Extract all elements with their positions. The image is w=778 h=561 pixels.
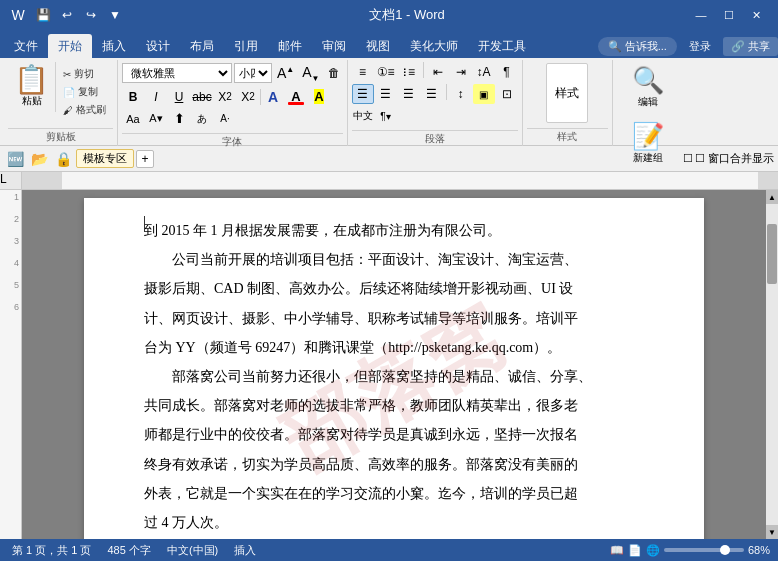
tab-design[interactable]: 设计 xyxy=(136,34,180,58)
tab-beautify[interactable]: 美化大师 xyxy=(400,34,468,58)
clear-format-button[interactable]: 🗑 xyxy=(325,65,343,81)
chinese-layout-button[interactable]: 中文 xyxy=(352,106,374,126)
zoom-thumb[interactable] xyxy=(720,545,730,555)
superscript-button[interactable]: X2 xyxy=(237,87,259,107)
emphasis-button[interactable]: A· xyxy=(214,109,236,129)
tab-references[interactable]: 引用 xyxy=(224,34,268,58)
share-button[interactable]: 🔗 共享 xyxy=(723,37,778,56)
para-9: 终身有效承诺，切实为学员高品质、高效率的服务。部落窝没有美丽的 xyxy=(144,452,644,477)
template-button[interactable]: 模板专区 xyxy=(76,149,134,168)
document-scroll-area[interactable]: 部落窝 到 2015 年 1 月根据发展需要，在成都市注册为有限公司。 公司当前… xyxy=(22,190,766,539)
increase-indent-button[interactable]: ⇥ xyxy=(450,62,472,82)
zoom-slider[interactable] xyxy=(664,548,744,552)
maximize-button[interactable]: ☐ xyxy=(716,2,742,28)
text-direction-button[interactable]: ⬆ xyxy=(168,109,190,129)
text-color-button[interactable]: A xyxy=(285,87,307,107)
align-center-button[interactable]: ☰ xyxy=(375,84,397,104)
strikethrough-button[interactable]: abc xyxy=(191,87,213,107)
tell-me-button[interactable]: 🔍 告诉我... xyxy=(598,37,677,56)
font-style-row: B I U abc X2 X2 A A A xyxy=(122,87,330,107)
copy-icon: 📄 xyxy=(63,87,75,98)
new-doc-button[interactable]: 🆕 xyxy=(4,148,26,170)
new-group-button[interactable]: 📝 新建组 xyxy=(623,118,673,170)
bullets-button[interactable]: ≡ xyxy=(352,62,374,82)
highlight-color-button[interactable]: A xyxy=(308,87,330,107)
align-left-button[interactable]: ☰ xyxy=(352,84,374,104)
zoom-level[interactable]: 68% xyxy=(748,544,770,556)
subscript-button[interactable]: X2 xyxy=(214,87,236,107)
tab-file[interactable]: 文件 xyxy=(4,34,48,58)
show-marks-button[interactable]: ¶ xyxy=(496,62,518,82)
read-mode-button[interactable]: 📖 xyxy=(610,544,624,557)
font-shrink-button[interactable]: A▼ xyxy=(299,62,322,85)
paste-button[interactable]: 📋 粘贴 xyxy=(8,62,56,112)
lock-button[interactable]: 🔒 xyxy=(52,148,74,170)
tab-developer[interactable]: 开发工具 xyxy=(468,34,536,58)
find-replace-button[interactable]: 🔍 编辑 xyxy=(623,62,673,114)
tab-layout[interactable]: 布局 xyxy=(180,34,224,58)
underline-button[interactable]: U xyxy=(168,87,190,107)
page-count[interactable]: 第 1 页，共 1 页 xyxy=(8,543,95,558)
scroll-down-button[interactable]: ▼ xyxy=(766,525,778,539)
borders-button[interactable]: ⊡ xyxy=(496,84,518,104)
redo-button[interactable]: ↪ xyxy=(80,4,102,26)
ruler-corner[interactable]: L xyxy=(0,172,22,190)
font-spacing-button[interactable]: A▾ xyxy=(145,109,167,129)
new-group-icon: 📝 xyxy=(632,123,664,149)
tab-insert[interactable]: 插入 xyxy=(92,34,136,58)
quick-access-dropdown[interactable]: ▼ xyxy=(104,4,126,26)
vertical-scrollbar[interactable]: ▲ ▼ xyxy=(766,190,778,539)
find-replace-label: 编辑 xyxy=(638,95,658,109)
multilevel-list-button[interactable]: ⫶≡ xyxy=(398,62,420,82)
scroll-thumb[interactable] xyxy=(767,224,777,284)
sort-button[interactable]: ↕A xyxy=(473,62,495,82)
tab-home[interactable]: 开始 xyxy=(48,34,92,58)
insert-mode[interactable]: 插入 xyxy=(230,543,260,558)
word-count[interactable]: 485 个字 xyxy=(103,543,154,558)
word-icon: W xyxy=(8,5,28,25)
svg-rect-0 xyxy=(22,172,778,190)
decrease-indent-button[interactable]: ⇤ xyxy=(427,62,449,82)
font-extra-row: Aa A▾ ⬆ あ A· xyxy=(122,109,236,129)
font-name-select[interactable]: 微软雅黑 xyxy=(122,63,232,83)
undo-button[interactable]: ↩ xyxy=(56,4,78,26)
align-right-button[interactable]: ☰ xyxy=(398,84,420,104)
cut-button[interactable]: ✂ 剪切 xyxy=(60,66,109,82)
bold-button[interactable]: B xyxy=(122,87,144,107)
language[interactable]: 中文(中国) xyxy=(163,543,222,558)
tab-review[interactable]: 审阅 xyxy=(312,34,356,58)
save-button[interactable]: 💾 xyxy=(32,4,54,26)
open-button[interactable]: 📂 xyxy=(28,148,50,170)
scroll-up-button[interactable]: ▲ xyxy=(766,190,778,204)
print-layout-button[interactable]: 📄 xyxy=(628,544,642,557)
tab-view[interactable]: 视图 xyxy=(356,34,400,58)
tab-mailings[interactable]: 邮件 xyxy=(268,34,312,58)
shading-button[interactable]: ▣ xyxy=(473,84,495,104)
format-paint-button[interactable]: 🖌 格式刷 xyxy=(60,102,109,118)
close-button[interactable]: ✕ xyxy=(744,2,770,28)
para-setting-button[interactable]: ¶▾ xyxy=(375,106,397,126)
line-spacing-button[interactable]: ↕ xyxy=(450,84,472,104)
italic-button[interactable]: I xyxy=(145,87,167,107)
add-toolbar-button[interactable]: + xyxy=(136,150,154,168)
font-size-dropdown[interactable]: 小四 xyxy=(234,63,272,83)
vertical-ruler: 1 2 3 4 5 6 xyxy=(0,190,22,539)
font-grow-button[interactable]: A▲ xyxy=(274,63,297,83)
change-case-button[interactable]: Aa xyxy=(122,109,144,129)
title-bar: W 💾 ↩ ↪ ▼ 文档1 - Word — ☐ ✕ xyxy=(0,0,778,30)
numbering-button[interactable]: ①≡ xyxy=(375,62,397,82)
minimize-button[interactable]: — xyxy=(688,2,714,28)
copy-button[interactable]: 📄 复制 xyxy=(60,84,109,100)
window-icon: ☐ xyxy=(683,152,693,165)
align-justify-button[interactable]: ☰ xyxy=(421,84,443,104)
phonetic-button[interactable]: あ xyxy=(191,109,213,129)
scroll-track[interactable] xyxy=(766,204,778,525)
styles-button[interactable]: 样式 xyxy=(546,63,588,123)
window-merge-button[interactable]: ☐ ☐ 窗口合并显示 xyxy=(683,151,774,166)
web-layout-button[interactable]: 🌐 xyxy=(646,544,660,557)
ribbon-tabs: 文件 开始 插入 设计 布局 引用 邮件 审阅 视图 美化大师 开发工具 🔍 告… xyxy=(0,30,778,58)
login-button[interactable]: 登录 xyxy=(683,37,717,56)
document-page: 部落窝 到 2015 年 1 月根据发展需要，在成都市注册为有限公司。 公司当前… xyxy=(84,198,704,539)
separator xyxy=(260,89,261,105)
text-effect-button[interactable]: A xyxy=(262,87,284,107)
